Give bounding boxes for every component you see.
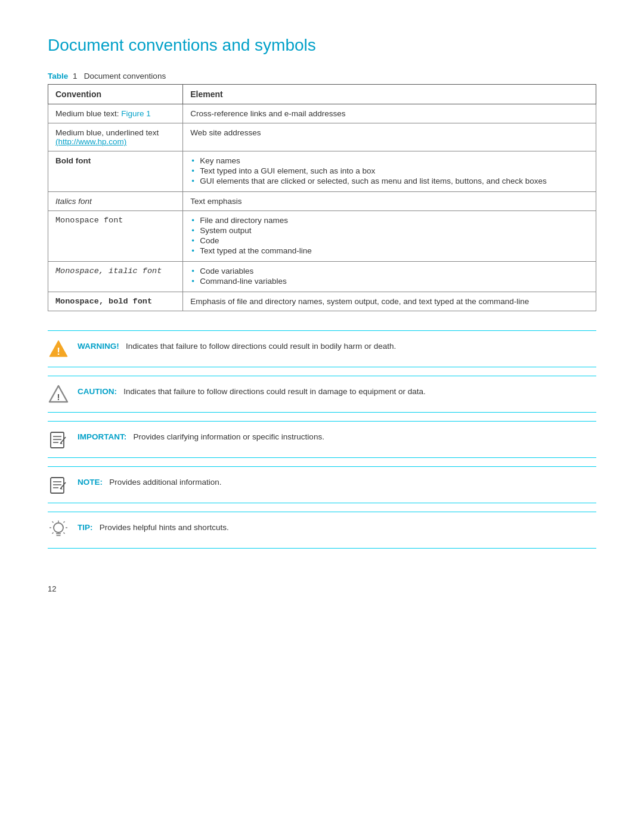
warning-icon: ! — [48, 338, 69, 360]
table-number: 1 — [73, 72, 78, 80]
element-cell: Key names Text typed into a GUI element,… — [183, 151, 596, 192]
table-row: Italics font Text emphasis — [48, 192, 596, 211]
col-header-element: Element — [183, 85, 596, 104]
table-header-row: Convention Element — [48, 85, 596, 104]
list-item: Code variables — [190, 267, 589, 275]
svg-point-16 — [54, 523, 63, 532]
caution-icon: ! — [48, 383, 69, 405]
table-row: Monospace, italic font Code variables Co… — [48, 262, 596, 292]
note-icon — [48, 474, 69, 496]
convention-cell: Medium blue text: Figure 1 — [48, 104, 183, 123]
element-bullet-list: File and directory names System output C… — [190, 216, 589, 255]
important-keyword: IMPORTANT: — [78, 432, 126, 441]
svg-line-24 — [52, 532, 54, 534]
tip-icon — [48, 519, 69, 541]
important-note-icon — [48, 429, 69, 450]
table-row: Monospace font File and directory names … — [48, 211, 596, 262]
element-bullet-list: Key names Text typed into a GUI element,… — [190, 156, 589, 185]
list-item: GUI elements that are clicked or selecte… — [190, 176, 589, 185]
table-caption-text: Document conventions — [84, 72, 166, 80]
tip-keyword: TIP: — [78, 523, 93, 532]
table-caption: Table 1 Document conventions — [48, 72, 596, 80]
important-text: IMPORTANT: Provides clarifying informati… — [78, 429, 324, 443]
element-cell: File and directory names System output C… — [183, 211, 596, 262]
element-cell: Text emphasis — [183, 192, 596, 211]
convention-underline-link[interactable]: (http://www.hp.com) — [55, 137, 126, 146]
table-row: Monospace, bold font Emphasis of file an… — [48, 292, 596, 311]
element-cell: Emphasis of file and directory names, sy… — [183, 292, 596, 311]
svg-line-25 — [64, 532, 65, 534]
element-cell: Code variables Command-line variables — [183, 262, 596, 292]
warning-block: ! WARNING! Indicates that failure to fol… — [48, 330, 596, 367]
tip-text: TIP: Provides helpful hints and shortcut… — [78, 519, 229, 534]
svg-line-23 — [64, 522, 65, 523]
note-description: Provides additional information. — [109, 478, 221, 487]
warning-description: Indicates that failure to follow directi… — [126, 342, 396, 351]
list-item: Text typed at the command-line — [190, 246, 589, 255]
caution-text: CAUTION: Indicates that failure to follo… — [78, 383, 426, 398]
important-block: IMPORTANT: Provides clarifying informati… — [48, 421, 596, 458]
col-header-convention: Convention — [48, 85, 183, 104]
svg-text:!: ! — [57, 392, 60, 402]
table-row: Medium blue, underlined text (http://www… — [48, 123, 596, 151]
conventions-table: Convention Element Medium blue text: Fig… — [48, 84, 596, 311]
tip-description: Provides helpful hints and shortcuts. — [100, 523, 229, 532]
element-cell: Cross-reference links and e-mail address… — [183, 104, 596, 123]
caution-description: Indicates that failure to follow directi… — [123, 387, 426, 396]
convention-cell: Medium blue, underlined text (http://www… — [48, 123, 183, 151]
convention-cell-mono-bold: Monospace, bold font — [48, 292, 183, 311]
caution-block: ! CAUTION: Indicates that failure to fol… — [48, 376, 596, 413]
note-block: NOTE: Provides additional information. — [48, 466, 596, 503]
svg-line-14 — [60, 482, 66, 489]
table-row: Medium blue text: Figure 1 Cross-referen… — [48, 104, 596, 123]
warning-keyword: WARNING! — [78, 342, 119, 351]
page-title: Document conventions and symbols — [48, 36, 596, 55]
page-number: 12 — [48, 584, 596, 593]
convention-cell-mono: Monospace font — [48, 211, 183, 262]
table-label: Table — [48, 72, 68, 80]
svg-line-8 — [60, 437, 66, 444]
important-description: Provides clarifying information or speci… — [134, 432, 324, 441]
caution-keyword: CAUTION: — [78, 387, 117, 396]
svg-text:!: ! — [57, 346, 60, 357]
element-cell: Web site addresses — [183, 123, 596, 151]
convention-cell-mono-italic: Monospace, italic font — [48, 262, 183, 292]
list-item: Code — [190, 236, 589, 245]
convention-plain-text: Medium blue, underlined text — [55, 128, 159, 137]
convention-plain-text: Medium blue text: — [55, 109, 121, 118]
table-row: Bold font Key names Text typed into a GU… — [48, 151, 596, 192]
list-item: Text typed into a GUI element, such as i… — [190, 166, 589, 175]
note-icon-svg — [48, 474, 69, 496]
list-item: System output — [190, 226, 589, 235]
list-item: Key names — [190, 156, 589, 165]
convention-blue-link: Figure 1 — [121, 109, 151, 118]
element-bullet-list: Code variables Command-line variables — [190, 267, 589, 286]
tip-block: TIP: Provides helpful hints and shortcut… — [48, 512, 596, 549]
caution-triangle-icon: ! — [48, 384, 69, 404]
tip-lightbulb-icon — [48, 519, 69, 541]
svg-line-22 — [52, 522, 54, 523]
list-item: Command-line variables — [190, 277, 589, 286]
convention-cell-bold: Bold font — [48, 151, 183, 192]
warning-triangle-icon: ! — [48, 339, 69, 359]
list-item: File and directory names — [190, 216, 589, 225]
convention-cell-italic: Italics font — [48, 192, 183, 211]
note-keyword: NOTE: — [78, 478, 103, 487]
svg-rect-10 — [51, 478, 64, 493]
svg-rect-4 — [51, 432, 64, 448]
warning-text: WARNING! Indicates that failure to follo… — [78, 338, 396, 352]
note-text: NOTE: Provides additional information. — [78, 474, 222, 488]
important-icon — [48, 429, 69, 450]
